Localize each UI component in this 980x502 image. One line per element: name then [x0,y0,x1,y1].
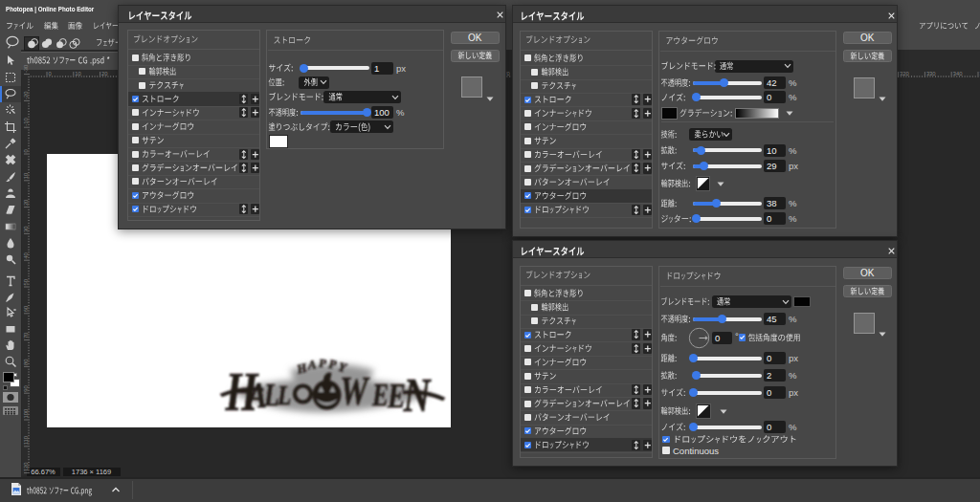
svg-text:100: 100 [23,409,29,419]
svg-text:40: 40 [23,252,29,258]
svg-text:320: 320 [900,71,909,76]
svg-text:A: A [306,357,318,372]
svg-text:90: 90 [23,385,29,391]
svg-text:L: L [277,379,291,410]
svg-text:30: 30 [23,226,29,231]
svg-text:340: 340 [953,71,963,76]
svg-text:-30: -30 [23,65,29,73]
svg-text:70: 70 [23,333,29,338]
svg-text:-20: -20 [23,92,29,99]
svg-text:P: P [319,356,327,370]
svg-text:120: 120 [23,462,29,471]
svg-text:10: 10 [23,173,29,179]
svg-text:0: 0 [23,149,29,152]
svg-text:330: 330 [926,71,936,76]
svg-text:60: 60 [23,306,29,312]
svg-text:-10: -10 [23,118,29,125]
svg-text:20: 20 [101,71,107,76]
svg-text:0: 0 [49,71,52,76]
svg-text:80: 80 [23,359,29,364]
svg-text:10: 10 [75,71,80,76]
svg-text:50: 50 [23,279,29,285]
svg-text:E: E [371,378,389,412]
svg-text:110: 110 [23,436,29,445]
svg-text:W: W [340,368,369,413]
svg-text:20: 20 [23,200,29,206]
